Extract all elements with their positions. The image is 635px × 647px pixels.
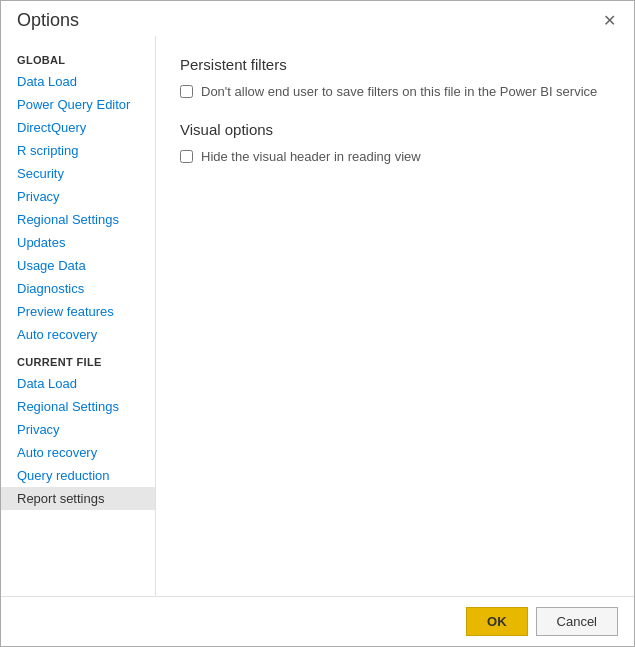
- visual-options-title: Visual options: [180, 121, 610, 138]
- sidebar-item-cf-auto-recovery[interactable]: Auto recovery: [1, 441, 155, 464]
- sidebar-item-cf-regional-settings[interactable]: Regional Settings: [1, 395, 155, 418]
- current-file-section-label: CURRENT FILE: [1, 346, 155, 372]
- ok-button[interactable]: OK: [466, 607, 528, 636]
- global-section-label: GLOBAL: [1, 44, 155, 70]
- persistent-filters-checkbox[interactable]: [180, 85, 193, 98]
- dialog-title: Options: [17, 10, 79, 31]
- sidebar-item-direct-query[interactable]: DirectQuery: [1, 116, 155, 139]
- visual-options-checkbox[interactable]: [180, 150, 193, 163]
- sidebar: GLOBAL Data LoadPower Query EditorDirect…: [1, 36, 156, 596]
- sidebar-item-r-scripting[interactable]: R scripting: [1, 139, 155, 162]
- sidebar-item-data-load[interactable]: Data Load: [1, 70, 155, 93]
- sidebar-item-cf-privacy[interactable]: Privacy: [1, 418, 155, 441]
- dialog-footer: OK Cancel: [1, 596, 634, 646]
- sidebar-item-power-query-editor[interactable]: Power Query Editor: [1, 93, 155, 116]
- visual-options-label: Hide the visual header in reading view: [201, 148, 421, 166]
- persistent-filters-label: Don't allow end user to save filters on …: [201, 83, 597, 101]
- title-bar: Options ✕: [1, 1, 634, 36]
- sidebar-item-diagnostics[interactable]: Diagnostics: [1, 277, 155, 300]
- close-button[interactable]: ✕: [597, 9, 622, 32]
- cancel-button[interactable]: Cancel: [536, 607, 618, 636]
- sidebar-item-preview-features[interactable]: Preview features: [1, 300, 155, 323]
- visual-options-row: Hide the visual header in reading view: [180, 148, 610, 166]
- sidebar-item-regional-settings[interactable]: Regional Settings: [1, 208, 155, 231]
- sidebar-item-usage-data[interactable]: Usage Data: [1, 254, 155, 277]
- sidebar-item-privacy[interactable]: Privacy: [1, 185, 155, 208]
- sidebar-item-cf-query-reduction[interactable]: Query reduction: [1, 464, 155, 487]
- sidebar-item-security[interactable]: Security: [1, 162, 155, 185]
- sidebar-item-cf-report-settings[interactable]: Report settings: [1, 487, 155, 510]
- sidebar-item-updates[interactable]: Updates: [1, 231, 155, 254]
- persistent-filters-title: Persistent filters: [180, 56, 610, 73]
- main-content: Persistent filters Don't allow end user …: [156, 36, 634, 596]
- dialog-body: GLOBAL Data LoadPower Query EditorDirect…: [1, 36, 634, 596]
- sidebar-item-auto-recovery[interactable]: Auto recovery: [1, 323, 155, 346]
- persistent-filters-row: Don't allow end user to save filters on …: [180, 83, 610, 101]
- options-dialog: Options ✕ GLOBAL Data LoadPower Query Ed…: [0, 0, 635, 647]
- sidebar-item-cf-data-load[interactable]: Data Load: [1, 372, 155, 395]
